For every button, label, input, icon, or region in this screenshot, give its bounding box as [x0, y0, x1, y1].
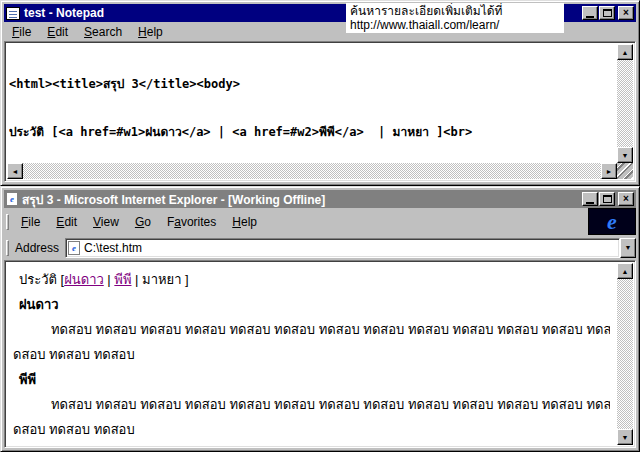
menu-help[interactable]: Help [130, 23, 171, 41]
menu-label: earch [92, 25, 122, 39]
ie-window: e สรุป 3 - Microsoft Internet Explorer -… [0, 186, 640, 452]
section-heading-1: ฝนดาว [13, 292, 610, 317]
menu-label: ile [28, 215, 40, 229]
ie-titlebar[interactable]: e สรุป 3 - Microsoft Internet Explorer -… [4, 190, 636, 208]
scroll-right-button[interactable]: ► [601, 163, 617, 179]
visited-link-1[interactable]: ฝนดาว [64, 272, 104, 287]
notepad-icon [6, 7, 20, 20]
close-button[interactable]: × [618, 192, 634, 206]
minimize-button[interactable] [582, 6, 598, 20]
menu-label: vorites [181, 215, 216, 229]
scrollbar-track[interactable] [617, 60, 633, 147]
maximize-button[interactable] [599, 6, 615, 20]
vertical-scrollbar[interactable]: ▲ ▼ [617, 44, 633, 163]
ie-window-title: สรุป 3 - Microsoft Internet Explorer - [… [22, 190, 325, 208]
ie-content-area: ประวัติ [ฝนดาว | พีพี | มาหยา ] ฝนดาว ทด… [4, 260, 636, 448]
toolbar-grip[interactable] [6, 240, 9, 256]
ie-page-icon: e [6, 192, 18, 206]
nav-separator: | [131, 272, 142, 287]
ie-window-controls: × [581, 192, 634, 206]
menu-label: H [138, 25, 147, 39]
notepad-editor[interactable]: <html><title>สรุป 3</title><body> ประวัต… [4, 41, 636, 182]
minimize-icon [586, 16, 594, 18]
menu-view[interactable]: View [85, 213, 127, 231]
address-label: Address [13, 241, 65, 255]
paragraph-line: ดสอบ ทดสอบ ทดสอบ [13, 417, 610, 442]
vertical-scrollbar[interactable]: ▲ ▼ [617, 263, 633, 445]
minimize-icon [586, 202, 594, 204]
section-heading-2: พีพี [13, 367, 610, 392]
nav-separator: | [104, 272, 115, 287]
menu-label: iew [101, 215, 119, 229]
address-input[interactable]: e C:\test.htm [65, 238, 620, 258]
scrollbar-track[interactable] [23, 163, 601, 179]
paragraph-line: ทดสอบ ทดสอบ ทดสอบ ทดสอบ ทดสอบ ทดสอบ ทดสอ… [13, 317, 610, 342]
resize-grip[interactable] [617, 163, 633, 179]
maximize-icon [603, 9, 612, 17]
minimize-button[interactable] [582, 192, 598, 206]
menu-edit[interactable]: Edit [48, 213, 85, 231]
annotation-note: ค้นหารายละเอียดเพิ่มเติมได้ที่ http://ww… [346, 3, 564, 33]
notepad-window-title: test - Notepad [24, 6, 104, 20]
chevron-down-icon: ▼ [625, 244, 632, 251]
close-icon: × [623, 194, 629, 204]
rendered-page: ประวัติ [ฝนดาว | พีพี | มาหยา ] ฝนดาว ทด… [7, 263, 616, 445]
menu-search[interactable]: Search [76, 23, 130, 41]
menu-label: o [144, 215, 151, 229]
menu-label: H [232, 215, 241, 229]
nav-tail: มาหยา ] [142, 272, 189, 287]
notepad-window-controls: × [581, 6, 634, 20]
maximize-button[interactable] [599, 192, 615, 206]
menu-label: dit [55, 25, 68, 39]
notepad-window: test - Notepad × File Edit Search Help <… [0, 0, 640, 186]
menu-edit[interactable]: Edit [39, 23, 76, 41]
scroll-up-icon: ▲ [622, 268, 629, 275]
menu-label: G [135, 215, 144, 229]
page-nav-line: ประวัติ [ฝนดาว | พีพี | มาหยา ] [13, 267, 610, 292]
visited-link-2[interactable]: พีพี [114, 272, 131, 287]
close-icon: × [623, 8, 629, 18]
menu-label: ile [19, 25, 31, 39]
menu-file[interactable]: File [4, 23, 39, 41]
toolbar-grip[interactable] [6, 214, 9, 230]
ie-logo: e [588, 208, 636, 235]
close-button[interactable]: × [618, 6, 634, 20]
menu-file[interactable]: File [13, 213, 48, 231]
scroll-up-button[interactable]: ▲ [617, 44, 633, 60]
ie-logo-letter: e [607, 209, 617, 235]
scroll-down-button[interactable]: ▼ [617, 147, 633, 163]
menu-label: elp [241, 215, 257, 229]
scroll-down-icon: ▼ [622, 152, 629, 159]
scroll-left-button[interactable]: ◄ [7, 163, 23, 179]
annotation-url: http://www.thaiall.com/learn/ [350, 18, 560, 32]
menu-label: dit [64, 215, 77, 229]
menu-help[interactable]: Help [224, 213, 265, 231]
page-icon: e [68, 241, 80, 255]
maximize-icon [603, 195, 612, 203]
horizontal-scrollbar[interactable]: ◄ ► [7, 163, 617, 179]
annotation-text: ค้นหารายละเอียดเพิ่มเติมได้ที่ [350, 4, 560, 18]
scrollbar-track[interactable] [617, 279, 633, 429]
ie-address-bar: Address e C:\test.htm ▼ [4, 235, 636, 260]
menu-label: S [84, 25, 92, 39]
menu-favorites[interactable]: Favorites [159, 213, 224, 231]
scroll-down-button[interactable]: ▼ [617, 429, 633, 445]
nav-prefix: ประวัติ [ [19, 272, 64, 287]
ie-menubar: File Edit View Go Favorites Help e [4, 208, 636, 235]
address-value: C:\test.htm [84, 241, 142, 255]
scroll-down-icon: ▼ [622, 434, 629, 441]
scroll-up-icon: ▲ [622, 49, 629, 56]
scroll-left-icon: ◄ [12, 168, 19, 175]
menu-label: elp [147, 25, 163, 39]
menu-go[interactable]: Go [127, 213, 159, 231]
code-line: <html><title>สรุป 3</title><body> [9, 76, 616, 92]
menu-label: a [174, 215, 181, 229]
scroll-up-button[interactable]: ▲ [617, 263, 633, 279]
address-dropdown-button[interactable]: ▼ [620, 238, 636, 258]
scroll-right-icon: ► [606, 168, 613, 175]
code-line: ประวัติ [<a href=#w1>ฝนดาว</a> | <a href… [9, 124, 616, 140]
paragraph-line: ทดสอบ ทดสอบ ทดสอบ ทดสอบ ทดสอบ ทดสอบ ทดสอ… [13, 392, 610, 417]
menu-label: V [93, 215, 101, 229]
paragraph-line: ดสอบ ทดสอบ ทดสอบ [13, 342, 610, 367]
notepad-text[interactable]: <html><title>สรุป 3</title><body> ประวัต… [9, 44, 616, 162]
